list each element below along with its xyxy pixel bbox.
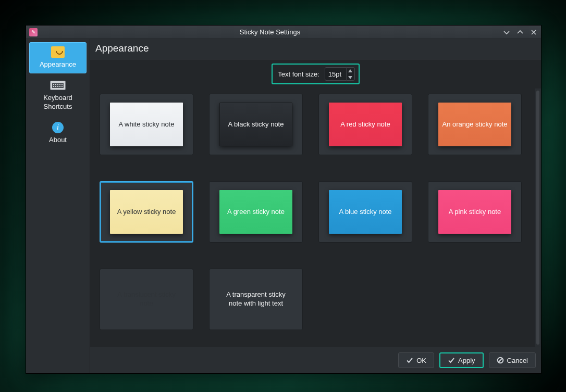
note-style-card[interactable]: A white sticky note xyxy=(100,94,193,155)
note-style-card[interactable]: A translucent sticky note xyxy=(100,269,193,330)
scrollbar[interactable] xyxy=(535,88,541,347)
minimize-button[interactable] xyxy=(502,28,511,36)
spin-up[interactable] xyxy=(347,67,354,74)
note-swatch: A green sticky note xyxy=(219,190,292,234)
note-swatch-label: A blue sticky note xyxy=(339,208,391,217)
note-swatch-label: A pink sticky note xyxy=(449,208,501,217)
check-icon xyxy=(448,357,455,364)
note-style-card[interactable]: A pink sticky note xyxy=(428,181,522,243)
main-panel: Appearance Text font size: A white stick… xyxy=(90,39,541,373)
sidebar-item-label: About xyxy=(49,136,67,144)
cancel-button[interactable]: Cancel xyxy=(489,352,536,368)
maximize-button[interactable] xyxy=(516,28,524,36)
scrollbar-thumb[interactable] xyxy=(536,91,539,345)
font-size-input[interactable] xyxy=(325,70,346,78)
svg-line-5 xyxy=(498,358,502,362)
note-style-card[interactable]: A blue sticky note xyxy=(318,181,412,243)
note-swatch: An orange sticky note xyxy=(438,103,511,146)
svg-marker-3 xyxy=(348,76,352,79)
note-style-card[interactable]: A yellow sticky note xyxy=(100,181,193,243)
keyboard-icon xyxy=(50,79,66,92)
titlebar[interactable]: ✎ Sticky Note Settings xyxy=(26,26,541,39)
apply-button[interactable]: Apply xyxy=(439,352,484,368)
note-style-card[interactable]: A transparent sticky note with light tex… xyxy=(209,269,303,330)
sidebar-item-appearance[interactable]: Appearance xyxy=(29,42,87,73)
settings-window: ✎ Sticky Note Settings Appearance Keyboa… xyxy=(26,25,542,374)
button-label: OK xyxy=(416,357,426,364)
note-swatch: A transparent sticky note with light tex… xyxy=(219,277,292,321)
note-style-card[interactable]: A black sticky note xyxy=(209,94,303,155)
note-style-grid: A white sticky noteA black sticky noteA … xyxy=(90,88,535,347)
note-swatch-label: A black sticky note xyxy=(228,120,284,129)
font-size-spinbox[interactable] xyxy=(325,67,355,81)
cancel-icon xyxy=(497,357,504,364)
button-label: Apply xyxy=(458,357,475,364)
app-icon: ✎ xyxy=(29,28,38,36)
ok-button[interactable]: OK xyxy=(398,352,434,368)
note-swatch-label: A green sticky note xyxy=(227,208,285,217)
note-swatch-label: An orange sticky note xyxy=(442,120,507,129)
note-style-card[interactable]: A red sticky note xyxy=(318,94,412,155)
font-size-label: Text font size: xyxy=(278,70,319,78)
check-icon xyxy=(406,357,413,364)
note-swatch-label: A transparent sticky note with light tex… xyxy=(222,290,290,308)
note-style-card[interactable]: A green sticky note xyxy=(209,181,303,243)
sidebar-item-label: Appearance xyxy=(40,60,76,69)
window-title: Sticky Note Settings xyxy=(38,28,502,36)
note-swatch: A translucent sticky note xyxy=(110,277,183,321)
sidebar: Appearance Keyboard Shortcuts i About xyxy=(26,39,90,373)
button-label: Cancel xyxy=(507,357,528,364)
note-swatch: A blue sticky note xyxy=(329,190,402,234)
note-swatch: A pink sticky note xyxy=(438,190,511,234)
toolbar: Text font size: xyxy=(90,59,541,88)
note-swatch-label: A red sticky note xyxy=(340,120,390,129)
note-swatch: A black sticky note xyxy=(219,103,292,146)
sidebar-item-keyboard-shortcuts[interactable]: Keyboard Shortcuts xyxy=(29,75,87,116)
note-style-card[interactable]: An orange sticky note xyxy=(428,94,522,155)
info-icon: i xyxy=(50,121,66,134)
font-size-group: Text font size: xyxy=(272,64,359,84)
sidebar-item-label: Keyboard Shortcuts xyxy=(32,94,84,111)
appearance-icon xyxy=(50,46,66,58)
spin-down[interactable] xyxy=(347,74,354,81)
note-swatch-label: A yellow sticky note xyxy=(117,208,176,217)
note-swatch-label: A translucent sticky note xyxy=(112,290,181,308)
note-swatch: A white sticky note xyxy=(110,103,183,146)
svg-marker-2 xyxy=(348,69,352,72)
dialog-button-bar: OK Apply Cancel xyxy=(90,347,541,373)
close-button[interactable] xyxy=(530,28,538,36)
note-swatch-label: A white sticky note xyxy=(119,120,175,129)
sidebar-item-about[interactable]: i About xyxy=(29,118,87,149)
note-swatch: A yellow sticky note xyxy=(110,190,183,234)
page-title: Appearance xyxy=(90,39,541,59)
note-swatch: A red sticky note xyxy=(329,103,402,146)
